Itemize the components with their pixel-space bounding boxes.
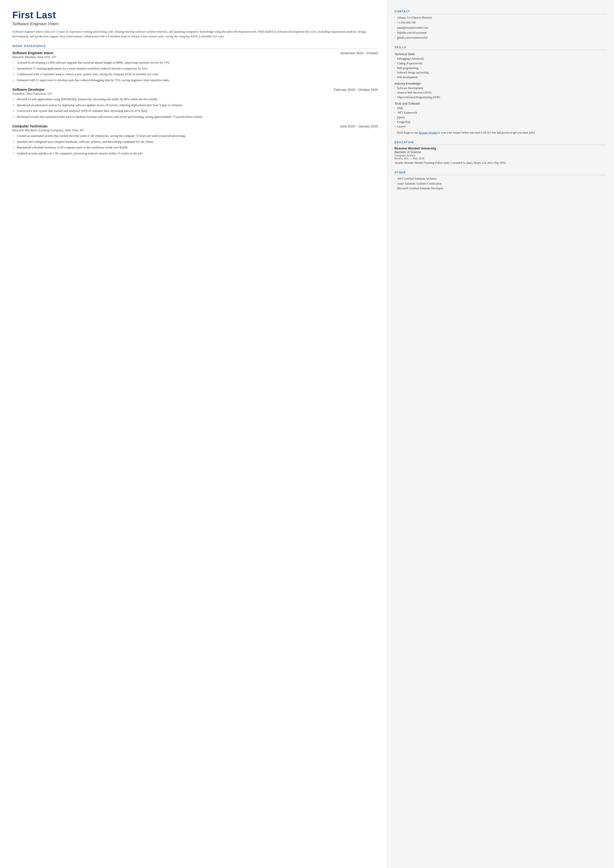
other-section: OTHER AWS Certified Solutions Architect.… xyxy=(394,171,606,191)
skills-promo-text: Don't forget to use xyxy=(397,131,419,134)
bullet-2-0: Created an automated system that tracked… xyxy=(12,134,378,138)
skill-2-4: Laravel xyxy=(394,124,606,129)
edu-degree: Bachelor of Science xyxy=(394,151,606,154)
contact-list: Atlanta, GA (Open to Remote) +1-234-456-… xyxy=(394,16,606,40)
job-bullets-2: Created an automated system that tracked… xyxy=(12,134,378,156)
job-title-1: Software Developer xyxy=(12,88,45,92)
other-section-label: OTHER xyxy=(394,171,606,175)
bullet-2-3: Updated security patches on 1.5K compute… xyxy=(12,151,378,156)
skill-0-1: Coding (Experienced) xyxy=(394,61,606,65)
bullet-0-2: Collaborated with a 5-member team to rel… xyxy=(12,72,378,77)
skill-2-2: jQuery xyxy=(394,115,606,120)
skills-list-2: XML .NET Framework jQuery PostgreSQL Lar… xyxy=(394,106,606,129)
bullet-0-1: Streamlined 17 existing applications for… xyxy=(12,66,378,71)
work-experience-section: WORK EXPERIENCE Software Engineer Intern… xyxy=(12,45,378,156)
skills-category-1: Industry Knowledge: xyxy=(394,82,606,85)
skill-1-2: Object-Oriented Programming (OOP) xyxy=(394,95,606,99)
job-title-0: Software Engineer Intern xyxy=(12,51,53,55)
job-company-1: Growthsi, San Francisco, CA xyxy=(12,92,378,96)
skills-category-0: Technical Skills: xyxy=(394,53,606,56)
bullet-1-2: Conceived a new system that tracked and … xyxy=(12,109,378,113)
sidebar: CONTACT Atlanta, GA (Open to Remote) +1-… xyxy=(387,0,614,868)
contact-section: CONTACT Atlanta, GA (Open to Remote) +1-… xyxy=(394,10,606,40)
candidate-name: First Last xyxy=(12,10,378,20)
skills-promo: Don't forget to use Resume Worded to sca… xyxy=(394,130,606,135)
skill-0-0: Debugging (Advanced) xyxy=(394,57,606,61)
job-dates-2: June 2018 – January 2019 xyxy=(340,124,378,128)
job-header-0: Software Engineer Intern November 2020 –… xyxy=(12,51,378,55)
resume-header: First Last Software Engineer Intern Soft… xyxy=(12,10,378,39)
skill-0-3: Software design and testing xyxy=(394,70,606,75)
bullet-0-0: Assisted in developing a CRM software up… xyxy=(12,61,378,65)
skills-list-1: Software Development Amazon Web Services… xyxy=(394,86,606,99)
contact-item-0: Atlanta, GA (Open to Remote) xyxy=(394,16,606,20)
job-block-1: Software Developer February 2019 – Octob… xyxy=(12,88,378,119)
skills-section: SKILLS Technical Skills: Debugging (Adva… xyxy=(394,46,606,135)
education-section: EDUCATION Resume Worded University Bache… xyxy=(394,141,606,165)
contact-section-label: CONTACT xyxy=(394,10,606,14)
job-header-2: Computer Technician June 2018 – January … xyxy=(12,124,378,128)
bullet-2-2: Maintained a detailed inventory of all c… xyxy=(12,145,378,150)
other-item-0: AWS Certified Solutions Architect. xyxy=(394,177,606,181)
skills-promo-link[interactable]: Resume Worded xyxy=(419,131,437,134)
edu-field: Computer Science xyxy=(394,154,606,157)
job-title-2: Computer Technician xyxy=(12,124,48,128)
job-dates-0: November 2020 – Present xyxy=(341,51,378,55)
job-bullets-1: Devised 14 web applications using PHP/My… xyxy=(12,97,378,119)
edu-school: Resume Worded University xyxy=(394,146,606,150)
contact-item-2: email@resumeworded.com xyxy=(394,26,606,30)
skill-1-0: Software Development xyxy=(394,86,606,90)
contact-item-4: github.com/resumeworded xyxy=(394,36,606,40)
other-item-2: Microsoft Certified Solutions Developer. xyxy=(394,186,606,191)
education-section-label: EDUCATION xyxy=(394,141,606,145)
main-column: First Last Software Engineer Intern Soft… xyxy=(0,0,387,868)
job-company-0: Resume Worded, New York, NY xyxy=(12,56,378,59)
edu-date: Boston, MA — May 2018 xyxy=(394,157,606,160)
skills-list-0: Debugging (Advanced) Coding (Experienced… xyxy=(394,57,606,79)
bullet-1-0: Devised 14 web applications using PHP/My… xyxy=(12,97,378,102)
bullet-0-3: Partnered with 11 supervisors to develop… xyxy=(12,78,378,83)
contact-item-3: linkedin.com/in/username xyxy=(394,31,606,35)
skills-promo-suffix: to scan your resume before you send it o… xyxy=(437,131,535,134)
bullet-2-1: Installed and configured new computer ha… xyxy=(12,140,378,144)
job-header-1: Software Developer February 2019 – Octob… xyxy=(12,88,378,92)
skills-section-label: SKILLS xyxy=(394,46,606,50)
job-bullets-0: Assisted in developing a CRM software up… xyxy=(12,61,378,83)
skill-0-2: Web programming xyxy=(394,66,606,70)
job-block-2: Computer Technician June 2018 – January … xyxy=(12,124,378,156)
edu-awards: Awards: Resume Worded Teaching Fellow (o… xyxy=(394,161,606,165)
skill-2-1: .NET Framework xyxy=(394,110,606,115)
candidate-title: Software Engineer Intern xyxy=(12,22,378,26)
skills-category-2: Tools and Software: xyxy=(394,102,606,106)
bullet-1-1: Introduced an automated system for deplo… xyxy=(12,103,378,108)
contact-item-1: +1-234-456-789 xyxy=(394,20,606,25)
other-item-1: Azure Solutions Architect Certification. xyxy=(394,182,606,186)
skill-2-3: PostgreSQL xyxy=(394,120,606,124)
job-company-2: Resume Worded's Exciting Company, New Yo… xyxy=(12,129,378,132)
skill-1-1: Amazon Web Services (AWS) xyxy=(394,90,606,95)
job-dates-1: February 2019 – October 2020 xyxy=(334,88,378,92)
bullet-1-3: Developed scripts that automated tasks s… xyxy=(12,115,378,119)
candidate-summary: Software engineer intern with over 3 yea… xyxy=(12,30,378,39)
skill-2-0: XML xyxy=(394,106,606,110)
skill-0-4: Web development xyxy=(394,75,606,79)
job-block-0: Software Engineer Intern November 2020 –… xyxy=(12,51,378,83)
other-list: AWS Certified Solutions Architect. Azure… xyxy=(394,177,606,191)
work-section-label: WORK EXPERIENCE xyxy=(12,45,378,49)
